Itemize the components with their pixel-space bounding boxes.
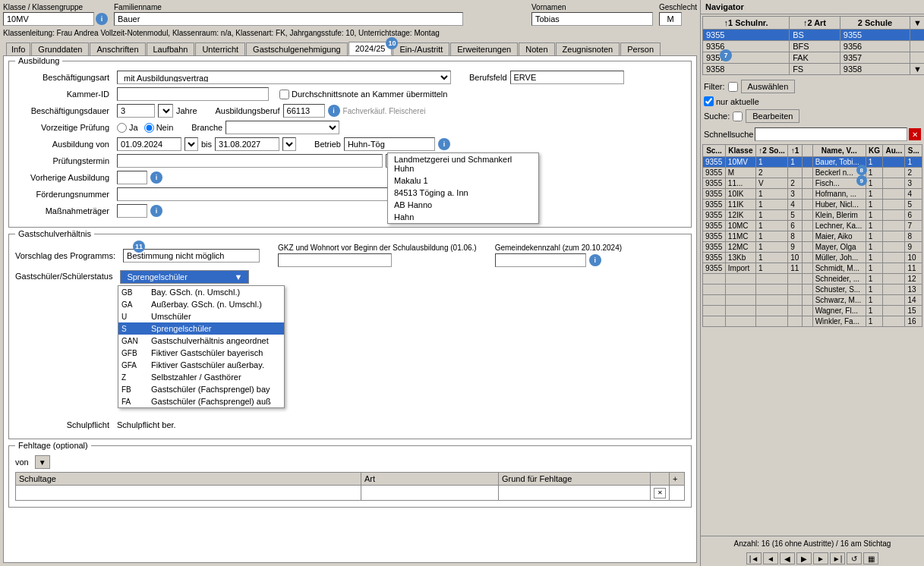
st-col-so2[interactable]: ↑1	[788, 145, 802, 157]
ausbildung-von-input[interactable]	[117, 137, 181, 151]
schnellsuche-clear-btn[interactable]: ✕	[909, 128, 921, 140]
student-row[interactable]: 9355 11IK 1 4 Huber, Nicl... 1 5	[703, 200, 922, 210]
foerdernummer-input[interactable]	[117, 187, 421, 201]
student-row[interactable]: 9355 Import 1 11 Schmidt, M... 1 11	[703, 263, 922, 274]
student-row[interactable]: Winkler, Fa... 1 16	[703, 316, 922, 327]
gkz-input[interactable]	[278, 253, 392, 267]
fehlage-col-add[interactable]: +	[670, 473, 685, 486]
vorzeitige-nein-label[interactable]: Nein	[144, 123, 174, 133]
st-col-name[interactable]: Name, V...	[812, 145, 866, 157]
tab-laufbahn[interactable]: Laufbahn	[147, 42, 195, 55]
st-col-icon[interactable]	[802, 145, 812, 157]
vorname-input[interactable]	[531, 12, 653, 26]
vorzeitige-ja-label[interactable]: Ja	[117, 123, 138, 133]
betrieb-option-2[interactable]: Makalu 1	[388, 175, 538, 187]
student-row[interactable]: 9355 10MV 1 1 Bauer, Tobi... 1 1	[703, 157, 922, 168]
st-col-au[interactable]: Au...	[883, 145, 905, 157]
status-option-gfb[interactable]: GFB Fiktiver Gastschüler bayerisch	[118, 347, 284, 359]
status-option-ga[interactable]: GA Außerbay. GSch. (n. Umschl.)	[118, 298, 284, 310]
vorzeitige-ja-radio[interactable]	[117, 123, 127, 133]
ausbildung-bis-input[interactable]	[215, 137, 279, 151]
schnellsuche-input[interactable]	[755, 127, 907, 141]
von-dropdown-btn[interactable]: ▼	[35, 455, 50, 469]
st-col-sc[interactable]: Sc...	[703, 145, 726, 157]
student-row[interactable]: 9355 12IK 1 5 Klein, Blerim 1 6	[703, 210, 922, 221]
nav-first-btn[interactable]: |◄	[746, 552, 762, 564]
st-col-klasse[interactable]: Klasse	[725, 145, 755, 157]
status-option-gb[interactable]: GB Bay. GSch. (n. Umschl.)	[118, 286, 284, 298]
nav-school-row[interactable]: 9358 FS 9358 ▼	[703, 64, 925, 75]
nav-art-col[interactable]: ↑2 Art	[790, 17, 840, 30]
nav-next-btn[interactable]: ▶	[796, 552, 812, 564]
st-col-s[interactable]: S...	[905, 145, 922, 157]
kammer-checkbox[interactable]	[279, 90, 289, 99]
familien-input[interactable]	[114, 12, 463, 26]
beschaeftigungsdauer-input[interactable]	[117, 104, 155, 118]
tab-anschriften[interactable]: Anschriften	[90, 42, 145, 55]
nav-schule-col[interactable]: 2 Schule	[840, 17, 910, 30]
massnahmetraeger-input[interactable]	[117, 204, 147, 218]
tab-unterricht[interactable]: Unterricht	[195, 42, 245, 55]
gemeindekennzahl-input[interactable]	[495, 253, 586, 267]
student-row[interactable]: 9355 11... V 2 Fisch... 9 1 3	[703, 178, 922, 189]
tab-gastschulgenehmigung[interactable]: Gastschulgenehmigung	[246, 42, 348, 55]
nav-scroll-col[interactable]: ▼	[910, 17, 924, 30]
branche-select[interactable]	[225, 121, 339, 134]
vorige-info-icon[interactable]: i	[150, 171, 162, 184]
berufsfeld-input[interactable]	[510, 71, 624, 84]
tab-erweiterungen[interactable]: Erweiterungen	[450, 42, 518, 55]
status-select[interactable]: Sprengelschüler ▼	[120, 270, 249, 284]
tab-info[interactable]: Info	[6, 42, 30, 55]
nav-prev2-btn[interactable]: ◀	[780, 552, 795, 564]
fehlage-delete-btn[interactable]: ✕	[654, 488, 666, 498]
nav-prev-btn[interactable]: ◄	[763, 552, 778, 564]
ausbildung-bis-select[interactable]	[282, 137, 296, 151]
ausbildungsberuf-code[interactable]	[283, 104, 325, 118]
tab-zeugnisnoten[interactable]: Zeugnisnoten	[556, 42, 620, 55]
nav-school-row[interactable]: 9357 7 FAK 9357	[703, 52, 925, 64]
student-row[interactable]: 9355 13Kb 1 10 Müller, Joh... 1 10	[703, 253, 922, 263]
bearbeiten-button[interactable]: Bearbeiten	[746, 109, 799, 123]
nav-school-row[interactable]: 9356 BFS 9356	[703, 41, 925, 52]
tab-noten[interactable]: Noten	[519, 42, 554, 55]
student-row[interactable]: 9355 12MC 1 9 Mayer, Olga 1 9	[703, 242, 922, 253]
student-row[interactable]: Wagner, Fl... 1 15	[703, 306, 922, 316]
student-row[interactable]: Schuster, S... 1 13	[703, 285, 922, 295]
nav-refresh-btn[interactable]: ↺	[847, 552, 862, 564]
betrieb-option-4[interactable]: AB Hanno	[388, 199, 538, 211]
betrieb-option-1[interactable]: Landmetzgerei und Schmankerl Huhn	[388, 153, 538, 175]
klasse-input[interactable]	[3, 12, 94, 26]
betrieb-input[interactable]	[344, 137, 435, 151]
suche-checkbox[interactable]	[733, 112, 743, 121]
ausbildungsberuf-info-icon[interactable]: i	[328, 105, 340, 117]
nav-next2-btn[interactable]: ►	[813, 552, 828, 564]
betrieb-info-icon[interactable]: i	[438, 138, 450, 150]
filter-checkbox[interactable]	[728, 82, 738, 92]
status-option-z[interactable]: Z Selbstzahler / Gasthörer	[118, 371, 284, 383]
st-col-so1[interactable]: ↑2 So...	[755, 145, 787, 157]
beschaeftigungsdauer-select[interactable]	[158, 104, 173, 118]
vorzeitige-nein-radio[interactable]	[144, 123, 154, 133]
tab-einaustritt[interactable]: Ein-/Austritt	[393, 42, 449, 55]
auswählen-button[interactable]: Auswählen	[741, 80, 796, 93]
nav-last-btn[interactable]: ►|	[830, 552, 845, 564]
nur-aktuelle-label[interactable]: nur aktuelle	[704, 96, 759, 106]
student-row[interactable]: 9355 11MC 1 8 Maier, Aiko 1 8	[703, 231, 922, 242]
vorige-input[interactable]	[117, 171, 147, 184]
status-option-fa[interactable]: FA Gastschüler (Fachsprengel) auß	[118, 395, 284, 407]
status-option-gfa[interactable]: GFA Fiktiver Gastschüler außerbay.	[118, 359, 284, 371]
pruefungstermin-input[interactable]	[117, 154, 383, 168]
status-option-u[interactable]: U Umschüler	[118, 310, 284, 322]
nav-school-row[interactable]: 9355 BS 9355	[703, 30, 925, 41]
nav-grid-btn[interactable]: ▦	[863, 552, 878, 564]
nur-aktuelle-checkbox[interactable]	[704, 96, 714, 106]
student-row[interactable]: Schneider, ... 1 12	[703, 274, 922, 285]
geschlecht-input[interactable]	[659, 12, 682, 26]
tab-grunddaten[interactable]: Grunddaten	[31, 42, 89, 55]
beschaeftigungsart-select[interactable]: mit Ausbildungsvertrag	[117, 71, 451, 84]
gemeindekennzahl-info-icon[interactable]: i	[589, 254, 601, 266]
nav-schulnr-col[interactable]: ↑1 Schulnr.	[703, 17, 790, 30]
klasse-info-icon[interactable]: i	[96, 13, 108, 25]
kammer-input[interactable]	[117, 87, 269, 101]
ausbildung-von-select[interactable]	[184, 137, 198, 151]
